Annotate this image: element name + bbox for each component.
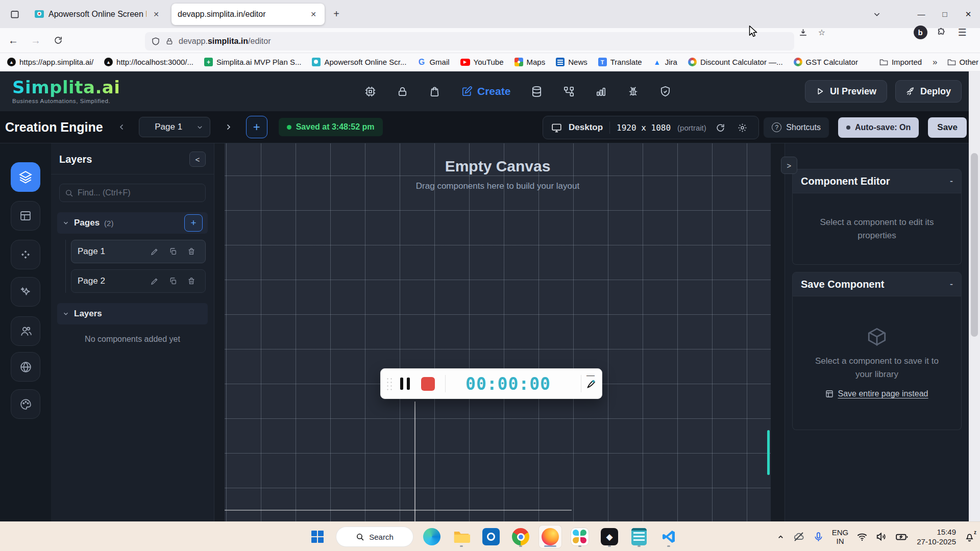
bookmarks-overflow-chevron[interactable]: » [933, 57, 936, 67]
find-input[interactable] [78, 188, 200, 197]
tab-simplita-editor[interactable]: devapp.simplita.in/editor ✕ [172, 4, 325, 25]
bookmark-folder-other[interactable]: Other Bookmarks [947, 58, 980, 66]
browser-scrollbar-thumb[interactable] [971, 153, 978, 337]
sidebar-item-ai-tools[interactable] [11, 277, 40, 307]
drag-handle[interactable] [386, 377, 393, 390]
recorder-minimize-button[interactable]: — [586, 371, 595, 380]
resolution-value[interactable]: 980 x 551 [617, 123, 671, 133]
shield-check-icon[interactable] [659, 86, 671, 97]
bookmark-item[interactable]: GST Calculator [794, 58, 858, 66]
pages-section-header[interactable]: Pages (2) + [57, 212, 208, 234]
sidebar-item-layers[interactable] [11, 162, 40, 192]
downloads-icon[interactable] [794, 23, 812, 41]
bug-icon[interactable] [627, 86, 639, 97]
clock[interactable]: 15:4927-10-2025 [917, 527, 956, 547]
onedrive-paused-icon[interactable] [793, 531, 805, 543]
page-row-2[interactable]: Page 2 [71, 269, 206, 293]
component-editor-header[interactable]: Component Editor - [792, 169, 962, 193]
profile-avatar[interactable]: b [912, 23, 929, 41]
gear-icon[interactable] [735, 120, 750, 135]
add-page-button[interactable]: + [184, 214, 203, 232]
taskbar-file-explorer[interactable] [450, 525, 473, 548]
notification-bell-icon[interactable]: z [964, 532, 975, 542]
list-all-tabs-icon[interactable] [868, 5, 886, 23]
start-button[interactable] [306, 525, 329, 548]
bookmark-item[interactable]: News [556, 58, 587, 66]
browser-scrollbar[interactable] [969, 71, 980, 521]
sidebar-item-users[interactable] [11, 316, 40, 346]
tab-overview-icon[interactable] [5, 5, 24, 23]
bar-chart-icon[interactable] [595, 86, 607, 97]
language-indicator[interactable]: ENGIN [832, 528, 849, 546]
screen-recorder-toolbar[interactable]: 00:00:00 — [380, 368, 602, 399]
database-icon[interactable] [531, 86, 543, 97]
taskbar-notepad[interactable] [628, 525, 650, 548]
duplicate-copy-icon[interactable] [165, 244, 181, 259]
taskbar-search[interactable]: Search [336, 527, 413, 547]
rename-pencil-icon[interactable] [147, 274, 162, 288]
minimize-section-button[interactable]: - [950, 279, 953, 290]
taskbar-chrome[interactable] [509, 525, 532, 548]
delete-trash-icon[interactable] [184, 244, 199, 259]
sidebar-item-theme[interactable] [11, 389, 40, 419]
extensions-puzzle-icon[interactable] [932, 23, 949, 41]
prev-page-button[interactable] [117, 122, 127, 132]
bookmark-star-icon[interactable]: ☆ [813, 23, 830, 41]
save-entire-page-link[interactable]: Save entire page instead [825, 388, 928, 400]
forward-button[interactable]: → [27, 31, 45, 49]
rename-pencil-icon[interactable] [147, 244, 162, 259]
bookmark-folder-imported[interactable]: Imported [879, 58, 922, 66]
autosave-toggle[interactable]: Auto-save: On [838, 117, 919, 138]
orientation-label[interactable]: (portrait) [677, 123, 706, 132]
deploy-button[interactable]: Deploy [895, 80, 962, 103]
taskbar-vscode[interactable] [657, 525, 680, 548]
bookmark-item[interactable]: +Simplita.ai MVP Plan S... [204, 58, 301, 66]
bookmark-item[interactable]: ▲Jira [653, 58, 677, 66]
page-selector-dropdown[interactable]: Page 1 [139, 117, 210, 137]
speaker-icon[interactable] [876, 531, 887, 542]
duplicate-copy-icon[interactable] [165, 274, 181, 288]
find-input-wrapper[interactable] [59, 184, 206, 202]
minimize-section-button[interactable]: - [950, 176, 953, 187]
next-page-button[interactable] [224, 122, 233, 132]
new-tab-button[interactable]: + [328, 6, 345, 23]
editor-canvas[interactable]: Empty Canvas Drag components here to bui… [225, 143, 771, 521]
add-page-button[interactable]: + [246, 116, 267, 138]
canvas-scrollbar-thumb[interactable] [767, 430, 770, 475]
sidebar-item-pages[interactable] [11, 201, 40, 231]
bookmark-item[interactable]: ▶YouTube [460, 58, 504, 66]
ui-preview-button[interactable]: UI Preview [805, 80, 887, 103]
nav-create[interactable]: Create [461, 85, 510, 97]
bookmark-item[interactable]: TTranslate [598, 58, 642, 66]
lock-icon[interactable] [397, 86, 408, 97]
save-component-header[interactable]: Save Component - [792, 272, 962, 296]
lock-icon[interactable] [165, 37, 174, 45]
sidebar-item-web[interactable] [11, 352, 40, 382]
device-label[interactable]: Desktop [569, 122, 603, 133]
stop-button[interactable] [421, 377, 435, 391]
shield-icon[interactable] [151, 37, 160, 46]
tab-close-icon[interactable]: ✕ [308, 9, 318, 19]
expand-panel-button[interactable]: > [781, 157, 797, 174]
back-button[interactable]: ← [4, 31, 22, 49]
collapse-panel-button[interactable]: < [189, 152, 206, 167]
bookmark-item[interactable]: ▲https://app.simplita.ai/ [7, 58, 93, 66]
bookmark-item[interactable]: ▲http://localhost:3000/... [104, 58, 193, 66]
workflow-nodes-icon[interactable] [563, 86, 575, 97]
bookmark-item[interactable]: Discount Calculator —... [688, 58, 783, 66]
reload-button[interactable] [49, 31, 67, 49]
url-bar[interactable]: devapp.simplita.in/editor [145, 32, 794, 51]
bookmark-item[interactable]: Apowersoft Online Scr... [312, 58, 406, 66]
shopping-bag-icon[interactable] [429, 86, 440, 97]
battery-charging-icon[interactable] [895, 530, 909, 543]
tray-chevron-up-icon[interactable] [777, 533, 785, 541]
bookmark-item[interactable]: GGmail [417, 58, 449, 66]
pause-button[interactable] [400, 378, 410, 390]
wifi-icon[interactable] [856, 531, 868, 542]
cpu-icon[interactable] [364, 86, 376, 97]
taskbar-black-app[interactable]: ◆ [598, 525, 621, 548]
taskbar-outlook[interactable] [480, 525, 502, 548]
taskbar-firefox[interactable] [539, 525, 561, 548]
tab-apowersoft[interactable]: Apowersoft Online Screen Reco ✕ [29, 4, 167, 25]
microphone-icon[interactable] [813, 532, 824, 542]
